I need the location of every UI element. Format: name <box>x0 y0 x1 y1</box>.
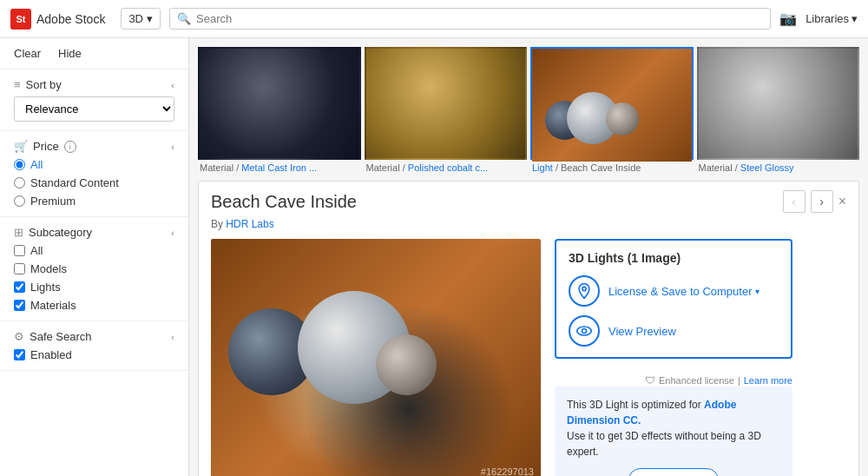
sort-by-label: Sort by <box>26 78 62 91</box>
author-link[interactable]: HDR Labs <box>226 218 273 230</box>
license-chevron-icon: ▾ <box>755 287 760 296</box>
sidebar: Clear Hide ≡ Sort by ‹ Relevance 🛒 Price <box>0 38 189 476</box>
price-section: 🛒 Price i ‹ All Standard Content Premium <box>0 131 188 217</box>
next-button[interactable]: › <box>811 190 833 213</box>
detail-image: #162297013 <box>211 239 541 476</box>
subcategory-all[interactable]: All <box>14 244 174 257</box>
subcategory-models[interactable]: Models <box>14 262 174 275</box>
detail-image-section: #162297013 FILE #:162297013 🔍 Find Simil… <box>211 239 541 476</box>
license-box: 3D Lights (1 Image) License & Save to Co… <box>555 239 792 359</box>
price-info-icon: i <box>64 141 76 153</box>
logo-badge: St <box>10 9 31 30</box>
subcategory-chevron-icon: ‹ <box>171 228 174 238</box>
cave-sphere-tiny <box>606 102 639 136</box>
price-premium-option[interactable]: Premium <box>14 195 174 208</box>
thumbnail-item[interactable]: Material / Polished cobalt c... <box>365 47 528 175</box>
safe-search-section: ⚙ Safe Search ‹ Enabled <box>0 321 188 371</box>
thumbnail-label: Light / Beach Cave Inside <box>530 160 694 175</box>
detail-panel: Beach Cave Inside ‹ › × By HDR Labs <box>198 181 859 476</box>
thumbnail-item[interactable]: Material / Steel Glossy <box>697 47 860 175</box>
cave-thumb <box>532 49 692 162</box>
thumbnail-image <box>365 47 528 160</box>
svg-point-1 <box>582 329 587 334</box>
price-header[interactable]: 🛒 Price i ‹ <box>14 140 174 153</box>
gear-icon: ⚙ <box>14 330 24 343</box>
safe-search-header[interactable]: ⚙ Safe Search ‹ <box>14 330 174 343</box>
subcategory-checkbox-group: All Models Lights Materials <box>14 244 174 312</box>
sort-chevron-icon: ‹ <box>171 80 174 90</box>
by-label: By <box>211 218 223 230</box>
app-logo: St Adobe Stock <box>10 9 105 30</box>
enhanced-label: Enhanced license <box>659 375 734 386</box>
info-text-2: Use it to get 3D effects without being a… <box>567 430 761 458</box>
sphere-small <box>376 334 437 395</box>
detail-body: #162297013 FILE #:162297013 🔍 Find Simil… <box>199 239 858 476</box>
license-save-button[interactable]: License & Save to Computer ▾ <box>569 275 779 307</box>
preview-icon <box>569 315 600 347</box>
sort-by-section: ≡ Sort by ‹ Relevance <box>0 69 188 131</box>
price-standard-option[interactable]: Standard Content <box>14 176 174 189</box>
subcategory-section: ⊞ Subcategory ‹ All Models Lights Materi… <box>0 217 188 321</box>
thumbnail-image <box>198 47 361 160</box>
subcategory-lights[interactable]: Lights <box>14 281 174 294</box>
shield-icon: 🛡 <box>645 374 655 387</box>
sort-dropdown[interactable]: Relevance <box>14 96 174 122</box>
file-number-overlay: #162297013 <box>481 466 534 476</box>
detail-title: Beach Cave Inside <box>211 192 357 212</box>
category-label: 3D <box>128 12 143 25</box>
thumbnail-label: Material / Steel Glossy <box>697 160 860 175</box>
subcategory-label: Subcategory <box>29 226 92 239</box>
libraries-button[interactable]: Libraries ▾ <box>806 12 858 25</box>
enhanced-license-row: 🛡 Enhanced license | Learn more <box>555 374 792 387</box>
thumbnail-image <box>697 47 860 160</box>
sort-icon: ≡ <box>14 78 21 91</box>
category-dropdown[interactable]: 3D ▾ <box>121 8 161 30</box>
safe-search-label: Safe Search <box>30 330 92 343</box>
thumbnails-row: Material / Metal Cast Iron ... Material … <box>189 38 868 175</box>
clear-button[interactable]: Clear <box>14 47 41 60</box>
thumbnail-label: Material / Polished cobalt c... <box>365 160 528 175</box>
price-radio-group: All Standard Content Premium <box>14 158 174 208</box>
thumbnail-item-selected[interactable]: Light / Beach Cave Inside <box>530 47 694 175</box>
info-box: This 3D Light is optimized for Adobe Dim… <box>555 387 792 476</box>
lights-title: 3D Lights (1 Image) <box>569 251 779 265</box>
prev-button[interactable]: ‹ <box>783 190 806 213</box>
safe-search-options: Enabled <box>14 348 174 361</box>
search-input[interactable] <box>196 12 763 25</box>
license-icon <box>569 275 600 307</box>
license-text: License & Save to Computer ▾ <box>608 285 760 298</box>
sort-by-header[interactable]: ≡ Sort by ‹ <box>14 78 174 91</box>
main-content: Material / Metal Cast Iron ... Material … <box>189 38 868 476</box>
thumbnail-item[interactable]: Material / Metal Cast Iron ... <box>198 47 361 175</box>
subcategory-materials[interactable]: Materials <box>14 299 174 312</box>
search-bar: 🔍 <box>169 8 771 30</box>
detail-header: Beach Cave Inside ‹ › × <box>199 182 858 218</box>
learn-more-button[interactable]: Learn more <box>628 468 719 476</box>
sidebar-actions: Clear Hide <box>0 38 188 69</box>
detail-navigation: ‹ › × <box>783 190 846 213</box>
close-button[interactable]: × <box>838 194 846 209</box>
libraries-label: Libraries <box>806 12 849 25</box>
detail-author-line: By HDR Labs <box>199 218 858 239</box>
thumbnail-label: Material / Metal Cast Iron ... <box>198 160 361 175</box>
price-chevron-icon: ‹ <box>171 142 174 152</box>
app-name: Adobe Stock <box>36 12 105 26</box>
main-layout: Clear Hide ≡ Sort by ‹ Relevance 🛒 Price <box>0 38 868 476</box>
learn-more-link[interactable]: Learn more <box>744 375 792 386</box>
hide-button[interactable]: Hide <box>58 47 82 60</box>
svg-point-0 <box>577 327 592 335</box>
subcategory-header[interactable]: ⊞ Subcategory ‹ <box>14 226 174 239</box>
search-icon: 🔍 <box>177 12 191 25</box>
safe-search-chevron-icon: ‹ <box>171 332 174 342</box>
libraries-chevron-icon: ▾ <box>852 12 858 25</box>
right-panel: 3D Lights (1 Image) License & Save to Co… <box>541 239 792 476</box>
view-preview-label: View Preview <box>608 325 676 338</box>
info-text-1: This 3D Light is optimized for <box>567 399 701 411</box>
price-all-option[interactable]: All <box>14 158 174 171</box>
view-preview-button[interactable]: View Preview <box>569 315 779 347</box>
safe-search-enabled[interactable]: Enabled <box>14 348 174 361</box>
camera-icon[interactable]: 📷 <box>779 10 797 27</box>
app-header: St Adobe Stock 3D ▾ 🔍 📷 Libraries ▾ <box>0 0 868 38</box>
cart-icon: 🛒 <box>14 140 28 153</box>
grid-icon: ⊞ <box>14 226 23 239</box>
